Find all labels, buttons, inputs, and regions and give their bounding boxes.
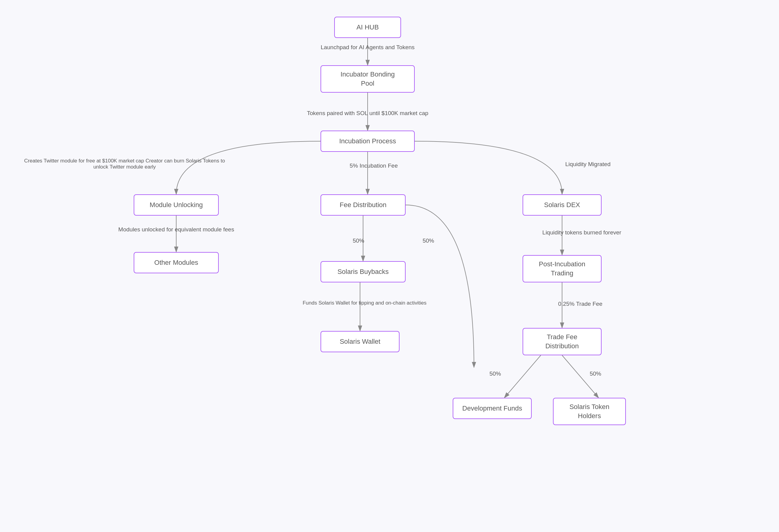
label-fifty-percent-right: 50% <box>416 238 440 244</box>
label-liq-tokens-burned: Liquidity tokens burned forever <box>535 229 629 236</box>
label-fifty-percent-dev: 50% <box>483 371 507 377</box>
node-solaris-buybacks: Solaris Buybacks <box>320 261 406 282</box>
svg-line-9 <box>504 355 541 398</box>
diagram-container: AI HUB Incubator BondingPool Incubation … <box>0 0 779 532</box>
node-development-funds: Development Funds <box>453 398 532 419</box>
label-modules-unlocked: Modules unlocked for equivalent module f… <box>112 226 240 233</box>
label-liquidity-migrated: Liquidity Migrated <box>550 161 626 168</box>
label-twitter-module: Creates Twitter module for free at $100K… <box>18 158 231 170</box>
node-trade-fee-distribution: Trade FeeDistribution <box>523 328 602 355</box>
label-five-percent: 5% Incubation Fee <box>343 162 404 169</box>
node-fee-distribution: Fee Distribution <box>320 194 406 216</box>
label-fifty-percent-1: 50% <box>346 238 371 244</box>
node-solaris-dex: Solaris DEX <box>523 194 602 216</box>
node-solaris-token-holders: Solaris TokenHolders <box>553 398 626 425</box>
label-trade-fee: 0.25% Trade Fee <box>547 301 614 307</box>
label-fifty-percent-holders: 50% <box>583 371 608 377</box>
node-incubation-process: Incubation Process <box>320 131 415 152</box>
node-other-modules: Other Modules <box>134 252 219 273</box>
label-funds-solaris: Funds Solaris Wallet for tipping and on-… <box>274 300 456 306</box>
node-incubator-bonding: Incubator BondingPool <box>320 65 415 92</box>
node-solaris-wallet: Solaris Wallet <box>320 331 400 352</box>
label-launchpad: Launchpad for AI Agents and Tokens <box>304 44 431 51</box>
node-ai-hub: AI HUB <box>334 17 401 38</box>
node-post-incubation-trading: Post-IncubationTrading <box>523 255 602 282</box>
label-tokens-paired: Tokens paired with SOL until $100K marke… <box>286 110 450 117</box>
node-module-unlocking: Module Unlocking <box>134 194 219 216</box>
